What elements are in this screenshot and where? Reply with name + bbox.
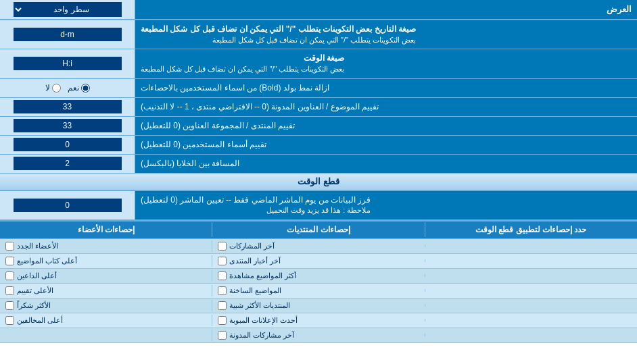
time-cutoff-title: قطع الوقت [298, 176, 339, 186]
stat-mid-check-1[interactable] [218, 242, 227, 251]
stat-mid-check-3[interactable] [218, 271, 227, 280]
stat-left-check-2[interactable] [5, 257, 14, 265]
checkbox-item-left-2: أعلى كتاب المواضيع [5, 257, 206, 265]
stat-left-label-3: أعلى الداعين [17, 271, 57, 280]
user-names-input[interactable] [14, 138, 122, 151]
stat-mid-check-5[interactable] [218, 301, 227, 310]
stats-mid-5: المنتديات الأكثر شبية [212, 300, 424, 311]
stats-mid-1: آخر المشاركات [212, 240, 424, 252]
cell-spacing-label: المسافة بين الخلايا (بالبكسل) [135, 155, 637, 173]
checkbox-item-1: آخر المشاركات [218, 242, 419, 251]
stats-header-left: إحصاءات الأعضاء [0, 222, 212, 237]
stat-left-check-3[interactable] [5, 271, 14, 280]
cell-spacing-input[interactable] [14, 157, 122, 170]
stats-row-2: آخر أخبار المنتدى أعلى كتاب المواضيع [0, 254, 637, 269]
forum-order-input[interactable] [14, 119, 122, 132]
stats-left-1: الأعضاء الجدد [0, 240, 212, 252]
stat-mid-label-5: المنتديات الأكثر شبية [229, 301, 290, 310]
bold-no-label[interactable]: لا [45, 83, 61, 93]
forum-order-input-cell [0, 117, 135, 135]
checkbox-item-5: المنتديات الأكثر شبية [218, 301, 419, 310]
date-format-title: صيغة التاريخ بعض التكوينات يتطلب "/" الت… [141, 24, 416, 35]
time-cutoff-input[interactable] [14, 199, 122, 212]
stat-left-label-6: أعلى المخالفين [17, 316, 63, 325]
page-title: العرض [135, 0, 637, 19]
bold-remove-radio-cell: نعم لا [0, 79, 135, 97]
checkbox-item-3: أكثر المواضيع مشاهدة [218, 271, 419, 280]
stats-right-2 [425, 259, 637, 262]
stats-right-6 [425, 319, 637, 321]
topic-order-input[interactable] [14, 100, 122, 113]
user-names-input-cell [0, 136, 135, 154]
stat-left-label-5: الأكثر شكراً [17, 301, 51, 310]
stat-mid-label-3: أكثر المواضيع مشاهدة [229, 271, 296, 280]
stat-left-label-1: الأعضاء الجدد [17, 242, 58, 251]
stat-left-check-4[interactable] [5, 286, 14, 295]
stats-header-mid: إحصاءات المنتديات [212, 222, 424, 237]
topic-order-input-cell [0, 98, 135, 116]
cell-spacing-row: المسافة بين الخلايا (بالبكسل) [0, 155, 637, 174]
stats-right-1 [425, 244, 637, 247]
time-cutoff-main: فرز البيانات من يوم الماشر الماضي فقط --… [141, 194, 371, 206]
stat-mid-label-2: آخر أخبار المنتدى [229, 257, 281, 265]
time-format-note: بعض التكوينات يتطلب "/" التي يمكن ان تضا… [141, 64, 344, 74]
stats-right-3 [425, 274, 637, 277]
stats-mid-3: أكثر المواضيع مشاهدة [212, 270, 424, 282]
stats-right-4 [425, 289, 637, 292]
stats-row-5: المنتديات الأكثر شبية الأكثر شكراً [0, 298, 637, 313]
stats-left-3: أعلى الداعين [0, 270, 212, 282]
stats-mid-6: أحدث الإعلانات المبوبة [212, 315, 424, 326]
forum-order-label: تقييم المنتدى / المجموعة العناوين (0 للت… [135, 117, 637, 135]
time-cutoff-label: فرز البيانات من يوم الماشر الماضي فقط --… [135, 191, 637, 219]
stat-mid-label-4: المواضيع الساخنة [229, 286, 281, 295]
stats-mid-7: آخر مشاركات المدونة [212, 330, 424, 341]
date-format-input-cell [0, 20, 135, 49]
topic-order-row: تقييم الموضوع / العناوين المدونة (0 -- ا… [0, 98, 637, 117]
stats-row-6: أحدث الإعلانات المبوبة أعلى المخالفين [0, 313, 637, 328]
user-names-label: تقييم أسماء المستخدمين (0 للتعطيل) [135, 136, 637, 154]
stats-row-1: آخر المشاركات الأعضاء الجدد [0, 239, 637, 254]
topic-order-label: تقييم الموضوع / العناوين المدونة (0 -- ا… [135, 98, 637, 116]
stats-mid-4: المواضيع الساخنة [212, 285, 424, 296]
checkbox-item-left-4: الأعلى تقييم [5, 286, 206, 295]
lines-per-page-cell: سطر واحد سطران ثلاثة أسطر [0, 0, 135, 19]
stat-left-label-2: أعلى كتاب المواضيع [17, 257, 77, 265]
stats-header-row: حدد إحصاءات لتطبيق قطع الوقت إحصاءات الم… [0, 222, 637, 239]
bold-yes-radio[interactable] [81, 84, 90, 93]
checkbox-item-2: آخر أخبار المنتدى [218, 257, 419, 265]
time-format-label: صيغة الوقت بعض التكوينات يتطلب "/" التي … [135, 49, 637, 78]
stat-left-check-6[interactable] [5, 316, 14, 325]
stat-mid-check-4[interactable] [218, 286, 227, 295]
time-format-input-cell [0, 49, 135, 78]
stats-row-3: أكثر المواضيع مشاهدة أعلى الداعين [0, 269, 637, 284]
checkbox-item-left-6: أعلى المخالفين [5, 316, 206, 325]
stats-row-4: المواضيع الساخنة الأعلى تقييم [0, 284, 637, 298]
checkbox-item-left-1: الأعضاء الجدد [5, 242, 206, 251]
stats-header-right: حدد إحصاءات لتطبيق قطع الوقت [425, 222, 637, 237]
lines-per-page-select[interactable]: سطر واحد سطران ثلاثة أسطر [14, 2, 122, 17]
bold-remove-row: ازالة نمط بولد (Bold) من اسماء المستخدمي… [0, 79, 637, 98]
time-cutoff-note: ملاحظة : هذا قد يزيد وقت التحميل [141, 205, 371, 215]
forum-order-row: تقييم المنتدى / المجموعة العناوين (0 للت… [0, 117, 637, 136]
time-format-title: صيغة الوقت [141, 53, 344, 64]
bold-yes-label[interactable]: نعم [68, 83, 90, 93]
stat-left-check-1[interactable] [5, 242, 14, 251]
stats-left-4: الأعلى تقييم [0, 285, 212, 296]
stat-left-check-5[interactable] [5, 301, 14, 310]
checkbox-item-6: أحدث الإعلانات المبوبة [218, 316, 419, 325]
stat-mid-label-7: آخر مشاركات المدونة [229, 331, 294, 340]
stats-left-7 [0, 334, 212, 336]
date-format-row: صيغة التاريخ بعض التكوينات يتطلب "/" الت… [0, 20, 637, 49]
stats-left-6: أعلى المخالفين [0, 315, 212, 326]
date-format-input[interactable] [14, 28, 122, 41]
time-cutoff-row: فرز البيانات من يوم الماشر الماضي فقط --… [0, 191, 637, 220]
checkbox-item-left-5: الأكثر شكراً [5, 301, 206, 310]
checkbox-item-left-3: أعلى الداعين [5, 271, 206, 280]
checkbox-item-4: المواضيع الساخنة [218, 286, 419, 295]
stat-mid-check-7[interactable] [218, 331, 227, 340]
stat-mid-check-6[interactable] [218, 316, 227, 325]
stat-mid-check-2[interactable] [218, 257, 227, 265]
time-cutoff-header: قطع الوقت [0, 174, 637, 191]
time-format-input[interactable] [14, 57, 122, 70]
bold-no-radio[interactable] [52, 84, 61, 93]
